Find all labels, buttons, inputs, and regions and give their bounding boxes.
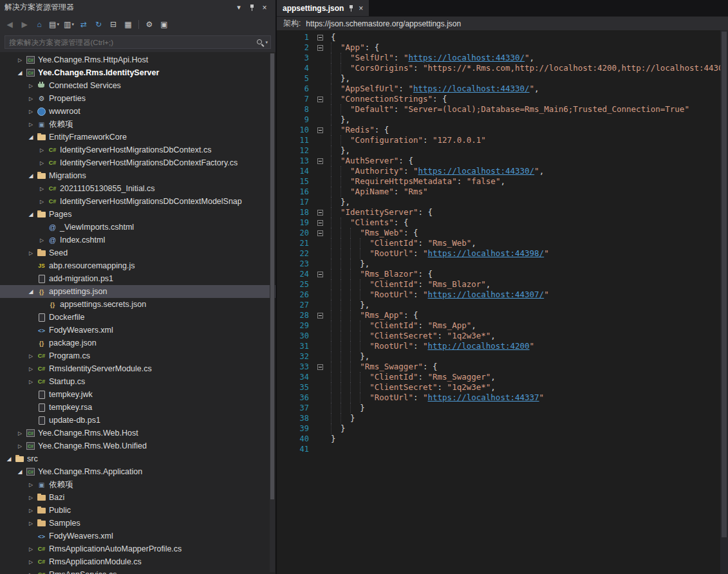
- url-link[interactable]: https://localhost:44330/: [413, 84, 530, 93]
- code-line[interactable]: 19"Clients": {: [277, 218, 720, 228]
- expander-collapsed-icon[interactable]: ▷: [37, 199, 47, 205]
- tree-item[interactable]: tempkey.rsa: [0, 401, 275, 414]
- tree-scrollbar[interactable]: [270, 53, 275, 572]
- expander-collapsed-icon[interactable]: ▷: [26, 109, 36, 115]
- fold-collapse-icon[interactable]: [317, 313, 323, 319]
- code-line[interactable]: 2"App": {: [277, 42, 720, 53]
- url-link[interactable]: https://localhost:44330/: [408, 53, 525, 62]
- fold-collapse-icon[interactable]: [317, 272, 323, 277]
- code-line[interactable]: 40}: [277, 434, 720, 444]
- expander-collapsed-icon[interactable]: ▷: [26, 250, 36, 256]
- expander-expanded-icon[interactable]: ◢: [15, 69, 25, 76]
- code-line[interactable]: 31"RootUrl": "http://localhost:4200": [277, 341, 720, 351]
- tree-item[interactable]: ▷⚙Properties: [0, 92, 275, 105]
- expander-expanded-icon[interactable]: ◢: [4, 456, 14, 462]
- expander-collapsed-icon[interactable]: ▷: [26, 83, 36, 89]
- expander-collapsed-icon[interactable]: ▷: [26, 122, 36, 127]
- expander-collapsed-icon[interactable]: ▷: [15, 430, 25, 436]
- preview-selected-items-icon[interactable]: ▣: [158, 18, 171, 31]
- window-position-icon[interactable]: ▾: [232, 2, 245, 14]
- expander-expanded-icon[interactable]: ◢: [26, 211, 36, 218]
- expander-collapsed-icon[interactable]: ▷: [37, 186, 47, 192]
- code-line[interactable]: 29"ClientId": "Rms_App",: [277, 320, 720, 331]
- code-line[interactable]: 30"ClientSecret": "1q2w3e*",: [277, 331, 720, 341]
- expander-collapsed-icon[interactable]: ▷: [26, 379, 36, 385]
- code-line[interactable]: 26"RootUrl": "https://localhost:44307/": [277, 290, 720, 300]
- code-line[interactable]: 17},: [277, 197, 720, 207]
- expander-collapsed-icon[interactable]: ▷: [26, 353, 36, 359]
- editor-scrollbar-thumb[interactable]: [722, 32, 727, 537]
- tree-scrollbar-thumb[interactable]: [270, 53, 274, 499]
- tree-item[interactable]: ▷C#IdentityServerHostMigrationsDbContext…: [0, 144, 275, 156]
- tree-item[interactable]: ◢C#Yee.Change.Rms.IdentityServer: [0, 66, 275, 79]
- code-line[interactable]: 9},: [277, 115, 720, 125]
- tree-item[interactable]: ◢C#Yee.Change.Rms.Application: [0, 465, 275, 478]
- code-line[interactable]: 20"Rms_Web": {: [277, 228, 720, 238]
- expander-collapsed-icon[interactable]: ▷: [37, 147, 47, 153]
- expander-collapsed-icon[interactable]: ▷: [26, 546, 36, 552]
- expander-expanded-icon[interactable]: ◢: [26, 288, 36, 295]
- code-line[interactable]: 12},: [277, 145, 720, 156]
- search-icon[interactable]: [256, 38, 265, 47]
- tree-item[interactable]: {}package.json: [0, 337, 275, 349]
- code-line[interactable]: 13"AuthServer": {: [277, 156, 720, 166]
- code-line[interactable]: 23},: [277, 259, 720, 269]
- code-line[interactable]: 34"ClientId": "Rms_Swagger",: [277, 372, 720, 382]
- tab-close-icon[interactable]: ×: [359, 4, 363, 13]
- tree-item[interactable]: ▷@Index.cshtml: [0, 234, 275, 246]
- tab-appsettings-json[interactable]: appsettings.json ×: [277, 0, 369, 16]
- code-line[interactable]: 18"IdentityServer": {: [277, 207, 720, 218]
- expander-collapsed-icon[interactable]: ▷: [15, 443, 25, 449]
- code-line[interactable]: 38}: [277, 413, 720, 423]
- code-line[interactable]: 41: [277, 444, 720, 454]
- code-line[interactable]: 24"Rms_Blazor": {: [277, 269, 720, 279]
- tree-item[interactable]: ▷C#IdentityServerHostMigrationsDbContext…: [0, 156, 275, 169]
- code-line[interactable]: 8"Default": "Server=(local);Database=Rms…: [277, 104, 720, 115]
- tree-item[interactable]: JSabp.resourcemapping.js: [0, 259, 275, 272]
- tree-item[interactable]: ▷C#IdentityServerHostMigrationsDbContext…: [0, 195, 275, 208]
- tree-item[interactable]: Dockerfile: [0, 311, 275, 324]
- fold-collapse-icon[interactable]: [317, 210, 323, 216]
- expander-collapsed-icon[interactable]: ▷: [26, 572, 36, 574]
- code-line[interactable]: 10"Redis": {: [277, 125, 720, 135]
- code-line[interactable]: 4"CorsOrigins": "https://*.Rms.com,http:…: [277, 63, 720, 73]
- tree-item[interactable]: ▷C#Startup.cs: [0, 375, 275, 388]
- expander-collapsed-icon[interactable]: ▷: [37, 237, 47, 243]
- tree-item[interactable]: @_ViewImports.cshtml: [0, 221, 275, 234]
- tree-item[interactable]: {}appsettings.secrets.json: [0, 298, 275, 311]
- back-icon[interactable]: ◀: [3, 18, 16, 31]
- expander-collapsed-icon[interactable]: ▷: [26, 366, 36, 372]
- close-icon[interactable]: ×: [258, 2, 271, 14]
- tree-item[interactable]: ◢Pages: [0, 208, 275, 221]
- code-line[interactable]: 14"Authority": "https://localhost:44330/…: [277, 166, 720, 176]
- code-line[interactable]: 37}: [277, 403, 720, 413]
- code-line[interactable]: 32},: [277, 351, 720, 362]
- expander-expanded-icon[interactable]: ◢: [26, 172, 36, 179]
- tree-item[interactable]: ▷Samples: [0, 517, 275, 530]
- search-dropdown-icon[interactable]: ▾: [265, 40, 268, 45]
- tree-item[interactable]: ◢EntityFrameworkCore: [0, 131, 275, 144]
- switch-views-icon[interactable]: ▤▾: [48, 18, 61, 31]
- tree-item[interactable]: ▷C#Program.cs: [0, 349, 275, 362]
- code-line[interactable]: 39}: [277, 423, 720, 434]
- sync-with-active-document-icon[interactable]: ⇄: [77, 18, 90, 31]
- fold-collapse-icon[interactable]: [317, 158, 323, 164]
- code-line[interactable]: 3"SelfUrl": "https://localhost:44330/",: [277, 53, 720, 63]
- code-line[interactable]: 36"RootUrl": "https://localhost:44337": [277, 393, 720, 403]
- url-link[interactable]: https://localhost:44307/: [428, 290, 545, 299]
- code-line[interactable]: 27},: [277, 300, 720, 310]
- collapse-all-icon[interactable]: ⊟: [107, 18, 120, 31]
- search-input[interactable]: [5, 39, 256, 46]
- fold-collapse-icon[interactable]: [317, 364, 323, 370]
- tree-item[interactable]: ▷C#RmsApplicationModule.cs: [0, 555, 275, 568]
- code-line[interactable]: 7"ConnectionStrings": {: [277, 94, 720, 104]
- url-link[interactable]: http://localhost:4200: [428, 341, 530, 351]
- fold-collapse-icon[interactable]: [317, 230, 323, 236]
- code-line[interactable]: 25"ClientId": "Rms_Blazor",: [277, 279, 720, 290]
- expander-collapsed-icon[interactable]: ▷: [26, 495, 36, 501]
- editor-scrollbar[interactable]: [720, 30, 728, 574]
- tree-item[interactable]: ▷wwwroot: [0, 105, 275, 118]
- expander-collapsed-icon[interactable]: ▷: [26, 96, 36, 102]
- code-line[interactable]: 16"ApiName": "Rms": [277, 187, 720, 197]
- tree-item[interactable]: ▷Public: [0, 504, 275, 517]
